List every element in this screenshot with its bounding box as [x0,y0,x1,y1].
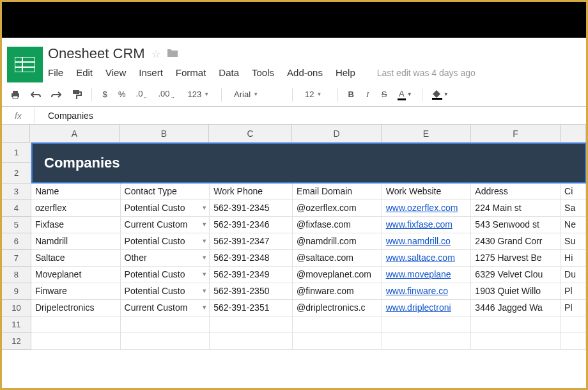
cell[interactable]: 1275 Harvest Be [471,250,561,267]
cell[interactable]: Potential Custo▼ [121,200,210,217]
paint-format-button[interactable] [68,88,85,102]
empty-cell[interactable] [561,333,586,350]
undo-button[interactable] [27,89,44,100]
cell[interactable]: Moveplanet [31,267,121,283]
column-header[interactable]: C [209,125,292,143]
cell[interactable]: Current Custom▼ [121,217,210,233]
cell[interactable]: 562-391-2349 [210,267,293,283]
website-link[interactable]: www.saltace.com [386,253,455,263]
dropdown-arrow-icon[interactable]: ▼ [201,288,207,294]
row-header[interactable]: 4 [2,200,31,217]
increase-decimal-button[interactable]: .00→ [155,87,178,102]
fill-color-button[interactable]: ▼ [429,88,452,102]
row-header[interactable]: 8 [2,267,31,283]
cell[interactable]: 562-391-2347 [210,233,293,250]
cell[interactable]: Potential Custo▼ [121,283,210,300]
menu-tools[interactable]: Tools [252,67,274,78]
cell[interactable]: 562-391-2350 [210,283,293,300]
empty-cell[interactable] [293,316,382,333]
menu-file[interactable]: File [48,67,63,78]
menu-format[interactable]: Format [176,67,206,78]
more-formats-dropdown[interactable]: 123▼ [182,87,215,102]
cell[interactable]: Namdrill [31,233,121,250]
menu-edit[interactable]: Edit [76,67,93,78]
dropdown-arrow-icon[interactable]: ▼ [201,304,207,311]
format-currency-button[interactable]: $ [98,88,111,101]
cell[interactable]: 562-391-2351 [210,300,293,316]
cell[interactable]: Su [561,233,586,250]
cell[interactable]: www.ozerflex.com [382,200,472,217]
cell[interactable]: Sa [561,200,586,217]
row-header[interactable]: 3 [2,183,31,200]
cell[interactable]: 1903 Quiet Willo [471,283,561,300]
cell[interactable]: Du [561,267,586,283]
cell[interactable]: Finware [31,283,121,300]
cell[interactable]: @moveplanet.com [293,267,382,283]
cell[interactable]: www.saltace.com [382,250,472,267]
menu-insert[interactable]: Insert [139,67,163,78]
cell[interactable]: Saltace [31,250,121,267]
row-header[interactable]: 7 [2,250,31,267]
menu-addons[interactable]: Add-ons [287,67,323,78]
cell[interactable]: Dripelectronics [31,300,121,316]
bold-button[interactable]: B [344,88,357,101]
cell[interactable]: www.driplectroni [382,300,472,316]
empty-cell[interactable] [31,333,121,350]
row-header[interactable]: 1 [2,143,31,163]
header-cell[interactable]: Email Domain [293,183,382,200]
dropdown-arrow-icon[interactable]: ▼ [201,271,207,277]
cell[interactable]: www.namdrill.co [382,233,472,250]
cell[interactable]: Current Custom▼ [121,300,210,316]
cell[interactable]: Fixfase [31,217,121,233]
cell[interactable]: 3446 Jagged Wa [471,300,561,316]
cell[interactable]: @fixfase.com [293,217,382,233]
menu-data[interactable]: Data [219,67,239,78]
row-header[interactable]: 2 [2,163,31,183]
document-title[interactable]: Onesheet CRM [48,45,145,62]
cell[interactable]: @driplectronics.c [293,300,382,316]
cell[interactable]: @saltace.com [293,250,382,267]
menu-view[interactable]: View [105,67,126,78]
website-link[interactable]: www.finware.co [386,286,448,296]
font-size-dropdown[interactable]: 12▼ [299,87,331,102]
last-edit-text[interactable]: Last edit was 4 days ago [377,68,476,78]
empty-cell[interactable] [210,316,293,333]
empty-cell[interactable] [121,316,210,333]
empty-cell[interactable] [382,316,472,333]
cell[interactable]: ozerflex [31,200,121,217]
format-percent-button[interactable]: % [115,88,129,101]
star-icon[interactable]: ☆ [151,48,160,60]
cell[interactable]: Hi [561,250,586,267]
cell[interactable]: 562-391-2348 [210,250,293,267]
banner-cell[interactable]: Companies [31,143,586,183]
header-cell[interactable]: Name [31,183,121,200]
empty-cell[interactable] [121,333,210,350]
column-header[interactable]: D [292,125,382,143]
formula-input[interactable]: Companies [35,108,586,123]
column-header[interactable]: A [30,125,120,143]
row-header[interactable]: 12 [2,333,31,350]
empty-cell[interactable] [561,316,586,333]
empty-cell[interactable] [382,333,472,350]
empty-cell[interactable] [293,333,382,350]
column-header[interactable]: E [382,125,471,143]
menu-help[interactable]: Help [336,67,355,78]
header-cell[interactable]: Work Website [382,183,472,200]
sheets-logo[interactable] [7,47,43,82]
cell[interactable]: Potential Custo▼ [121,233,210,250]
cell[interactable]: Pl [561,283,586,300]
dropdown-arrow-icon[interactable]: ▼ [201,221,207,228]
website-link[interactable]: www.fixfase.com [386,219,453,230]
select-all-corner[interactable] [2,125,30,143]
column-header[interactable] [561,125,586,143]
cell[interactable]: @finware.com [293,283,382,300]
header-cell[interactable]: Work Phone [210,183,293,200]
website-link[interactable]: www.namdrill.co [386,236,451,246]
font-family-dropdown[interactable]: Arial▼ [228,87,286,102]
cell[interactable]: 224 Main st [471,200,561,217]
cell[interactable]: 562-391-2346 [210,217,293,233]
cell[interactable]: 6329 Velvet Clou [471,267,561,283]
cell[interactable]: 562-391-2345 [210,200,293,217]
cell[interactable]: www.finware.co [382,283,472,300]
website-link[interactable]: www.moveplane [386,269,451,279]
